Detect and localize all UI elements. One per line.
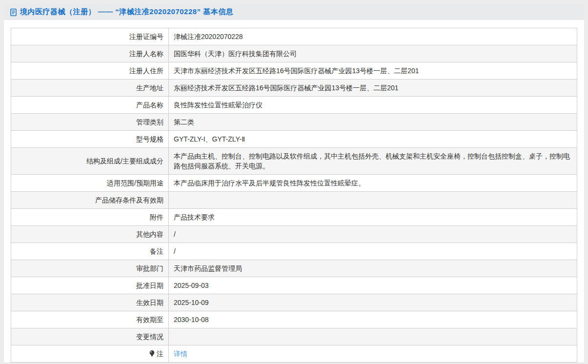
table-row: 产品名称良性阵发性位置性眩晕治疗仪 [11, 97, 577, 114]
row-label: 管理类别 [136, 118, 163, 126]
row-label-cell: 生产地址 [11, 80, 169, 97]
row-value: GYT-ZLY-I、GYT-ZLY-Ⅱ [174, 135, 245, 143]
row-label-cell: 附件 [11, 209, 169, 226]
table-row: 注册人住所天津市东丽经济技术开发区五经路16号国际医疗器械产业园13号楼一层、二… [11, 62, 577, 80]
row-label-cell: 注册人住所 [11, 62, 169, 80]
row-value: 天津市药品监督管理局 [174, 264, 242, 272]
row-label-cell: 审批部门 [11, 260, 169, 277]
table-row: 生产地址东丽经济技术开发区五经路16号国际医疗器械产业园13号楼一层、二层201 [11, 80, 577, 97]
table-row: 管理类别第二类 [11, 114, 577, 131]
table-row: 备注/ [11, 243, 577, 260]
row-label: 注册人名称 [129, 50, 163, 58]
table-row: 批准日期2025-09-03 [11, 277, 577, 294]
row-label: 生效日期 [136, 299, 163, 306]
row-label-cell: 注 [11, 345, 169, 363]
row-label: 其他内容 [136, 230, 163, 238]
row-label-cell: 变更情况 [11, 328, 169, 345]
row-value-cell: 详情 [169, 345, 577, 363]
table-row: 有效期至2030-10-08 [11, 311, 577, 328]
row-value-cell: 天津市药品监督管理局 [169, 260, 577, 277]
row-value-cell [169, 192, 577, 209]
content-panel: 境内医疗器械（注册） —— “津械注准20202070228” 基本信息 注册证… [4, 4, 584, 363]
row-label: 型号规格 [136, 135, 163, 143]
row-value: / [174, 230, 176, 238]
row-label: 变更情况 [136, 333, 163, 341]
row-value: 天津市东丽经济技术开发区五经路16号国际医疗器械产业园13号楼一层、二层201 [174, 67, 419, 75]
row-value-cell: 本产品由主机、控制台、控制电路以及软件组成，其中主机包括外壳、机械支架和主机安全… [169, 148, 577, 175]
row-value-cell: 2025-10-09 [169, 294, 577, 311]
table-row: 结构及组成/主要组成成分本产品由主机、控制台、控制电路以及软件组成，其中主机包括… [11, 148, 577, 175]
row-value-cell: 东丽经济技术开发区五经路16号国际医疗器械产业园13号楼一层、二层201 [169, 80, 577, 97]
row-value-cell: 产品技术要求 [169, 209, 577, 226]
row-value: 2025-09-03 [174, 282, 209, 289]
row-value-cell: 津械注准20202070228 [169, 28, 577, 45]
info-table-body: 注册证编号津械注准20202070228注册人名称国医华科（天津）医疗科技集团有… [11, 28, 577, 363]
row-value-cell: 2025-09-03 [169, 277, 577, 294]
row-value: / [174, 247, 176, 255]
table-row: 附件产品技术要求 [11, 209, 577, 226]
document-icon [10, 8, 17, 17]
row-value-cell: 天津市东丽经济技术开发区五经路16号国际医疗器械产业园13号楼一层、二层201 [169, 62, 577, 80]
row-value-cell: 良性阵发性位置性眩晕治疗仪 [169, 97, 577, 114]
row-value: 产品技术要求 [174, 213, 215, 221]
row-value: 2030-10-08 [174, 316, 209, 324]
row-value-cell: 第二类 [169, 114, 577, 131]
page-title: 境内医疗器械（注册） —— “津械注准20202070228” 基本信息 [20, 7, 233, 17]
row-label-cell: 型号规格 [11, 131, 169, 148]
row-value: 东丽经济技术开发区五经路16号国际医疗器械产业园13号楼一层、二层201 [174, 84, 399, 92]
row-label-cell: 备注 [11, 243, 169, 260]
details-link[interactable]: 详情 [174, 350, 187, 358]
page-header: 境内医疗器械（注册） —— “津械注准20202070228” 基本信息 [4, 4, 584, 20]
row-label: 产品名称 [136, 101, 163, 109]
row-label-cell: 适用范围/预期用途 [11, 175, 169, 192]
table-row: 型号规格GYT-ZLY-I、GYT-ZLY-Ⅱ [11, 131, 577, 148]
row-value-cell: 本产品临床用于治疗水平及后半规管良性阵发性位置性眩晕症。 [169, 175, 577, 192]
table-row: 产品储存条件及有效期 [11, 192, 577, 209]
table-row: 变更情况 [11, 328, 577, 345]
row-label: 有效期至 [136, 316, 163, 324]
table-row: 其他内容/ [11, 226, 577, 243]
row-label: 注册人住所 [129, 67, 163, 75]
table-row: 注册人名称国医华科（天津）医疗科技集团有限公司 [11, 45, 577, 62]
row-label: 产品储存条件及有效期 [95, 196, 163, 204]
row-value-cell: GYT-ZLY-I、GYT-ZLY-Ⅱ [169, 131, 577, 148]
row-value-cell [169, 328, 577, 345]
table-row: 注详情 [11, 345, 577, 363]
row-value-cell: / [169, 243, 577, 260]
table-row: 生效日期2025-10-09 [11, 294, 577, 311]
row-label-cell: 产品储存条件及有效期 [11, 192, 169, 209]
row-label: 批准日期 [136, 282, 163, 289]
info-table: 注册证编号津械注准20202070228注册人名称国医华科（天津）医疗科技集团有… [11, 28, 577, 363]
row-label-cell: 有效期至 [11, 311, 169, 328]
row-value: 本产品临床用于治疗水平及后半规管良性阵发性位置性眩晕症。 [174, 179, 365, 187]
row-label: 结构及组成/主要组成成分 [86, 157, 163, 165]
row-value: 2025-10-09 [174, 299, 209, 306]
row-label: 附件 [150, 213, 163, 221]
row-value-cell: 国医华科（天津）医疗科技集团有限公司 [169, 45, 577, 62]
table-row: 注册证编号津械注准20202070228 [11, 28, 577, 45]
row-label: 适用范围/预期用途 [107, 179, 163, 187]
row-value: 本产品由主机、控制台、控制电路以及软件组成，其中主机包括外壳、机械支架和主机安全… [174, 152, 570, 170]
row-label: 注 [157, 350, 163, 358]
row-label-cell: 管理类别 [11, 114, 169, 131]
row-label-cell: 产品名称 [11, 97, 169, 114]
lightbulb-icon [149, 350, 155, 357]
row-label: 注册证编号 [129, 33, 163, 40]
row-label-cell: 生效日期 [11, 294, 169, 311]
row-label: 审批部门 [136, 264, 163, 272]
row-value: 国医华科（天津）医疗科技集团有限公司 [174, 50, 297, 58]
table-row: 适用范围/预期用途本产品临床用于治疗水平及后半规管良性阵发性位置性眩晕症。 [11, 175, 577, 192]
row-label-cell: 注册证编号 [11, 28, 169, 45]
row-value-cell: 2030-10-08 [169, 311, 577, 328]
row-label-cell: 其他内容 [11, 226, 169, 243]
row-label-cell: 注册人名称 [11, 45, 169, 62]
row-value-cell: / [169, 226, 577, 243]
row-value: 第二类 [174, 118, 194, 126]
table-row: 审批部门天津市药品监督管理局 [11, 260, 577, 277]
row-value: 良性阵发性位置性眩晕治疗仪 [174, 101, 263, 109]
row-value: 津械注准20202070228 [174, 33, 243, 40]
row-label-cell: 批准日期 [11, 277, 169, 294]
row-label: 生产地址 [136, 84, 163, 92]
row-label-cell: 结构及组成/主要组成成分 [11, 148, 169, 175]
row-label: 备注 [150, 247, 163, 255]
